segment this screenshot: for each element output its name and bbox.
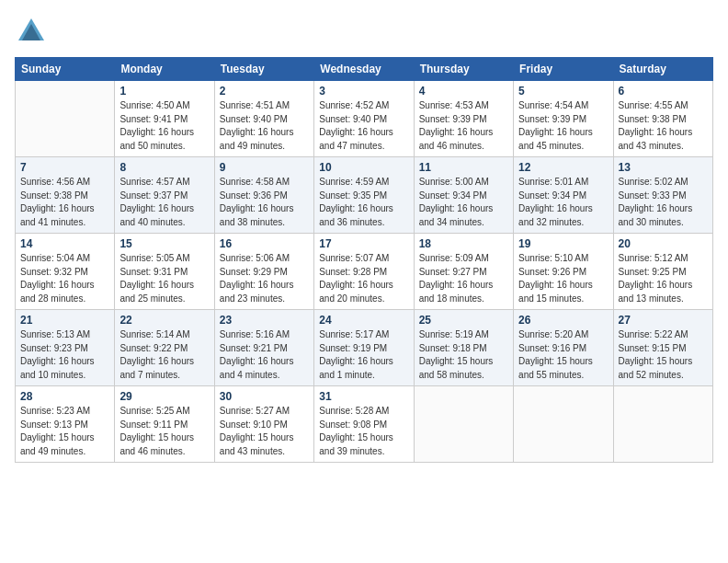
calendar-cell: 22Sunrise: 5:14 AMSunset: 9:22 PMDayligh…: [115, 310, 214, 386]
calendar-cell: 4Sunrise: 4:53 AMSunset: 9:39 PMDaylight…: [414, 81, 513, 157]
sunrise-text: Sunrise: 5:17 AM: [319, 329, 389, 339]
calendar-cell: 11Sunrise: 5:00 AMSunset: 9:34 PMDayligh…: [414, 157, 513, 234]
day-info: Sunrise: 5:06 AMSunset: 9:29 PMDaylight:…: [220, 252, 309, 305]
day-number: 31: [319, 390, 408, 403]
daylight-text: Daylight: 16 hours and 49 minutes.: [220, 127, 294, 151]
day-info: Sunrise: 5:09 AMSunset: 9:27 PMDaylight:…: [419, 252, 508, 305]
day-info: Sunrise: 4:56 AMSunset: 9:38 PMDaylight:…: [20, 176, 109, 229]
calendar-cell: [514, 386, 613, 463]
calendar-cell: 2Sunrise: 4:51 AMSunset: 9:40 PMDaylight…: [214, 81, 313, 157]
calendar-table: SundayMondayTuesdayWednesdayThursdayFrid…: [15, 57, 713, 463]
day-number: 16: [220, 237, 309, 250]
day-number: 7: [20, 161, 109, 174]
daylight-text: Daylight: 16 hours and 38 minutes.: [220, 203, 294, 227]
calendar-week-row: 21Sunrise: 5:13 AMSunset: 9:23 PMDayligh…: [16, 310, 713, 386]
sunrise-text: Sunrise: 4:59 AM: [319, 177, 389, 187]
sunset-text: Sunset: 9:39 PM: [419, 114, 487, 124]
day-info: Sunrise: 5:17 AMSunset: 9:19 PMDaylight:…: [319, 328, 408, 382]
daylight-text: Daylight: 16 hours and 4 minutes.: [220, 356, 294, 380]
daylight-text: Daylight: 16 hours and 20 minutes.: [319, 280, 393, 304]
day-number: 19: [518, 237, 608, 250]
sunrise-text: Sunrise: 4:53 AM: [419, 100, 489, 110]
daylight-text: Daylight: 15 hours and 46 minutes.: [119, 432, 194, 456]
logo-icon: [15, 15, 48, 48]
weekday-header-tuesday: Tuesday: [214, 58, 313, 81]
daylight-text: Daylight: 15 hours and 43 minutes.: [220, 432, 294, 456]
day-number: 11: [419, 161, 508, 174]
sunset-text: Sunset: 9:35 PM: [319, 190, 387, 201]
calendar-cell: 16Sunrise: 5:06 AMSunset: 9:29 PMDayligh…: [214, 234, 313, 310]
day-number: 14: [20, 237, 109, 250]
sunrise-text: Sunrise: 5:28 AM: [319, 406, 389, 416]
calendar-cell: 12Sunrise: 5:01 AMSunset: 9:34 PMDayligh…: [514, 157, 613, 234]
sunrise-text: Sunrise: 4:51 AM: [220, 100, 290, 110]
sunset-text: Sunset: 9:16 PM: [518, 343, 586, 353]
sunrise-text: Sunrise: 5:20 AM: [518, 329, 588, 339]
calendar-cell: 8Sunrise: 4:57 AMSunset: 9:37 PMDaylight…: [115, 157, 214, 234]
sunrise-text: Sunrise: 5:06 AM: [220, 253, 290, 263]
sunrise-text: Sunrise: 5:19 AM: [419, 329, 489, 339]
day-info: Sunrise: 5:13 AMSunset: 9:23 PMDaylight:…: [20, 328, 109, 382]
calendar-cell: 14Sunrise: 5:04 AMSunset: 9:32 PMDayligh…: [16, 234, 115, 310]
daylight-text: Daylight: 16 hours and 23 minutes.: [220, 280, 294, 304]
day-number: 5: [518, 85, 608, 98]
day-number: 27: [619, 314, 708, 327]
day-info: Sunrise: 4:57 AMSunset: 9:37 PMDaylight:…: [119, 176, 209, 229]
sunset-text: Sunset: 9:25 PM: [619, 267, 687, 277]
day-number: 29: [119, 390, 209, 403]
day-number: 1: [119, 85, 209, 98]
day-info: Sunrise: 5:12 AMSunset: 9:25 PMDaylight:…: [619, 252, 708, 305]
day-number: 25: [419, 314, 508, 327]
calendar-week-row: 7Sunrise: 4:56 AMSunset: 9:38 PMDaylight…: [16, 157, 713, 234]
sunrise-text: Sunrise: 5:14 AM: [119, 329, 189, 339]
sunset-text: Sunset: 9:34 PM: [518, 190, 586, 201]
day-info: Sunrise: 5:01 AMSunset: 9:34 PMDaylight:…: [518, 176, 608, 229]
day-number: 15: [119, 237, 209, 250]
calendar-week-row: 14Sunrise: 5:04 AMSunset: 9:32 PMDayligh…: [16, 234, 713, 310]
calendar-cell: 21Sunrise: 5:13 AMSunset: 9:23 PMDayligh…: [16, 310, 115, 386]
day-info: Sunrise: 4:54 AMSunset: 9:39 PMDaylight:…: [518, 99, 608, 153]
day-info: Sunrise: 4:51 AMSunset: 9:40 PMDaylight:…: [220, 99, 309, 153]
day-info: Sunrise: 5:27 AMSunset: 9:10 PMDaylight:…: [220, 405, 309, 458]
day-number: 21: [20, 314, 109, 327]
sunset-text: Sunset: 9:38 PM: [20, 190, 88, 201]
sunset-text: Sunset: 9:23 PM: [20, 343, 88, 353]
sunset-text: Sunset: 9:37 PM: [119, 190, 188, 201]
sunrise-text: Sunrise: 5:12 AM: [619, 253, 688, 263]
calendar-cell: 5Sunrise: 4:54 AMSunset: 9:39 PMDaylight…: [514, 81, 613, 157]
calendar-cell: 10Sunrise: 4:59 AMSunset: 9:35 PMDayligh…: [314, 157, 414, 234]
calendar-cell: 13Sunrise: 5:02 AMSunset: 9:33 PMDayligh…: [613, 157, 712, 234]
day-info: Sunrise: 5:14 AMSunset: 9:22 PMDaylight:…: [119, 328, 209, 382]
sunset-text: Sunset: 9:41 PM: [119, 114, 188, 124]
sunset-text: Sunset: 9:31 PM: [119, 267, 188, 277]
sunset-text: Sunset: 9:15 PM: [619, 343, 687, 353]
sunset-text: Sunset: 9:22 PM: [119, 343, 188, 353]
sunrise-text: Sunrise: 4:58 AM: [220, 177, 290, 187]
day-number: 18: [419, 237, 508, 250]
sunrise-text: Sunrise: 5:23 AM: [20, 406, 90, 416]
sunset-text: Sunset: 9:13 PM: [20, 419, 88, 430]
day-info: Sunrise: 4:50 AMSunset: 9:41 PMDaylight:…: [119, 99, 209, 153]
sunrise-text: Sunrise: 5:04 AM: [20, 253, 90, 263]
page-header: [15, 15, 713, 48]
day-number: 22: [119, 314, 209, 327]
day-number: 26: [518, 314, 608, 327]
sunrise-text: Sunrise: 5:05 AM: [119, 253, 189, 263]
calendar-cell: 29Sunrise: 5:25 AMSunset: 9:11 PMDayligh…: [115, 386, 214, 463]
calendar-header-row: SundayMondayTuesdayWednesdayThursdayFrid…: [16, 58, 713, 81]
sunrise-text: Sunrise: 4:52 AM: [319, 100, 389, 110]
daylight-text: Daylight: 16 hours and 15 minutes.: [518, 280, 593, 304]
calendar-cell: 25Sunrise: 5:19 AMSunset: 9:18 PMDayligh…: [414, 310, 513, 386]
day-number: 8: [119, 161, 209, 174]
day-info: Sunrise: 5:25 AMSunset: 9:11 PMDaylight:…: [119, 405, 209, 458]
daylight-text: Daylight: 16 hours and 18 minutes.: [419, 280, 494, 304]
daylight-text: Daylight: 16 hours and 47 minutes.: [319, 127, 393, 151]
daylight-text: Daylight: 16 hours and 41 minutes.: [20, 203, 95, 227]
weekday-header-wednesday: Wednesday: [314, 58, 414, 81]
calendar-cell: 9Sunrise: 4:58 AMSunset: 9:36 PMDaylight…: [214, 157, 313, 234]
sunrise-text: Sunrise: 5:09 AM: [419, 253, 489, 263]
sunset-text: Sunset: 9:08 PM: [319, 419, 387, 430]
calendar-cell: 27Sunrise: 5:22 AMSunset: 9:15 PMDayligh…: [613, 310, 712, 386]
calendar-cell: 17Sunrise: 5:07 AMSunset: 9:28 PMDayligh…: [314, 234, 414, 310]
sunrise-text: Sunrise: 5:02 AM: [619, 177, 688, 187]
